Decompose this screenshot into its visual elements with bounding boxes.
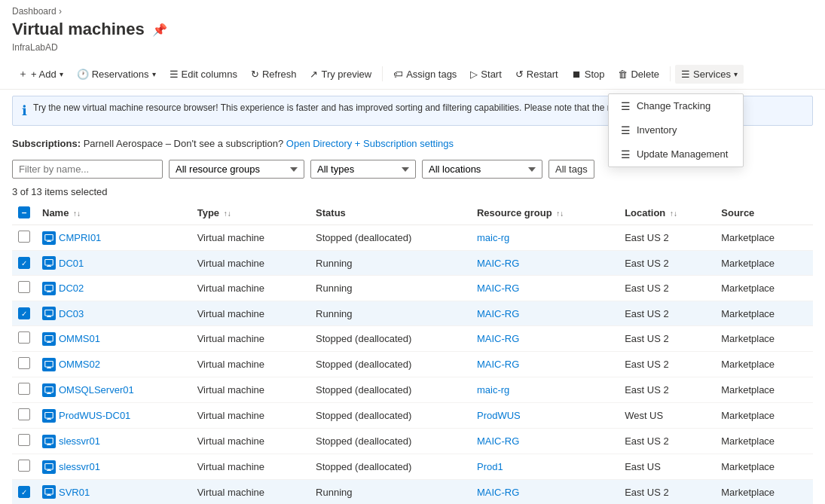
breadcrumb[interactable]: Dashboard › xyxy=(0,0,825,17)
tags-filter[interactable]: All tags xyxy=(548,160,594,179)
table-row: OMSQLServer01Virtual machineStopped (dea… xyxy=(12,377,813,403)
vm-name-link[interactable]: DC01 xyxy=(59,258,84,269)
type-sort-icon[interactable]: ↑↓ xyxy=(224,209,231,218)
row-checkbox[interactable]: ✓ xyxy=(18,257,30,269)
vm-name-link[interactable]: slessvr01 xyxy=(59,461,100,472)
stop-button[interactable]: ⏹ Stop xyxy=(566,65,611,84)
resource-group-link[interactable]: MAIC-RG xyxy=(477,487,519,498)
row-checkbox[interactable] xyxy=(18,408,30,420)
services-button[interactable]: ☰ Services ▾ xyxy=(675,65,744,84)
table-row: slessvr01Virtual machineStopped (dealloc… xyxy=(12,429,813,454)
vm-name-link[interactable]: CMPRI01 xyxy=(59,232,101,243)
rg-sort-icon[interactable]: ↑↓ xyxy=(556,209,564,218)
vm-location: East US 2 xyxy=(619,326,715,352)
vm-location: East US 2 xyxy=(619,276,715,301)
page-subtitle: InfraLabAD xyxy=(0,42,825,59)
vm-source: Marketplace xyxy=(715,403,813,429)
vm-name-link[interactable]: DC02 xyxy=(59,283,84,294)
refresh-icon: ↻ xyxy=(251,69,259,80)
vm-location: East US 2 xyxy=(619,251,715,276)
name-sort-icon[interactable]: ↑↓ xyxy=(73,209,81,218)
add-chevron-icon: ▾ xyxy=(60,70,63,78)
banner-icon: ℹ xyxy=(22,102,27,119)
vm-source: Marketplace xyxy=(715,251,813,276)
vm-location: West US xyxy=(619,403,715,429)
type-filter[interactable]: All types xyxy=(310,160,416,179)
svg-rect-15 xyxy=(45,361,53,367)
delete-button[interactable]: 🗑 Delete xyxy=(612,65,665,84)
table-row: DC02Virtual machineRunningMAIC-RGEast US… xyxy=(12,276,813,301)
row-checkbox[interactable] xyxy=(18,231,30,243)
loc-sort-icon[interactable]: ↑↓ xyxy=(670,209,677,218)
preview-icon: ↗ xyxy=(310,69,318,80)
vm-name-link[interactable]: DC03 xyxy=(59,308,84,319)
row-checkbox[interactable] xyxy=(18,383,30,395)
breadcrumb-link[interactable]: Dashboard xyxy=(12,6,57,17)
breadcrumb-separator: › xyxy=(59,6,62,17)
vm-name-link[interactable]: slessvr01 xyxy=(59,435,100,447)
resource-group-link[interactable]: MAIC-RG xyxy=(477,359,519,370)
vm-source: Marketplace xyxy=(715,301,813,326)
vm-type-icon xyxy=(42,358,56,371)
resource-group-link[interactable]: maic-rg xyxy=(477,232,509,243)
name-filter-input[interactable] xyxy=(12,160,163,179)
location-filter[interactable]: All locations xyxy=(422,160,542,179)
resource-group-link[interactable]: maic-rg xyxy=(477,384,509,396)
table-row: OMMS01Virtual machineStopped (deallocate… xyxy=(12,326,813,352)
svg-rect-26 xyxy=(48,444,50,444)
svg-rect-9 xyxy=(45,310,53,316)
add-button[interactable]: ＋ + Add ▾ xyxy=(12,63,69,84)
vm-location: East US 2 xyxy=(619,352,715,377)
vm-type-icon xyxy=(42,332,56,346)
row-checkbox[interactable] xyxy=(18,460,30,472)
refresh-button[interactable]: ↻ Refresh xyxy=(245,65,303,84)
vm-name-link[interactable]: SVR01 xyxy=(59,487,90,498)
svg-rect-11 xyxy=(48,316,50,316)
services-inventory[interactable]: ☰ Inventory xyxy=(609,118,743,142)
resource-group-link[interactable]: Prod1 xyxy=(477,461,503,472)
table-row: OMMS02Virtual machineStopped (deallocate… xyxy=(12,352,813,377)
vm-source: Marketplace xyxy=(715,352,813,377)
row-checkbox[interactable]: ✓ xyxy=(18,486,30,498)
count-label: 3 of 13 items selected xyxy=(0,183,825,200)
vm-name-link[interactable]: OMSQLServer01 xyxy=(59,384,134,396)
toolbar-separator-1 xyxy=(382,66,383,81)
resource-group-link[interactable]: MAIC-RG xyxy=(477,258,519,269)
services-change-tracking[interactable]: ☰ Change Tracking xyxy=(609,94,743,118)
row-checkbox[interactable] xyxy=(18,281,30,293)
select-all-checkbox[interactable]: – xyxy=(18,206,30,218)
vm-name-link[interactable]: OMMS02 xyxy=(59,359,100,370)
edit-columns-button[interactable]: ☰ Edit columns xyxy=(163,65,243,84)
row-checkbox[interactable]: ✓ xyxy=(18,307,30,319)
resource-group-link[interactable]: MAIC-RG xyxy=(477,435,519,447)
vm-table-wrap: – Name ↑↓ Type ↑↓ Status Resource group … xyxy=(0,200,825,504)
svg-rect-5 xyxy=(48,265,50,266)
resource-group-link[interactable]: MAIC-RG xyxy=(477,308,519,319)
vm-type: Virtual machine xyxy=(191,454,310,480)
start-button[interactable]: ▷ Start xyxy=(464,65,507,84)
services-update-management[interactable]: ☰ Update Management xyxy=(609,142,743,166)
col-resource-group: Resource group ↑↓ xyxy=(471,200,619,225)
open-directory-link[interactable]: Open Directory + Subscription settings xyxy=(286,138,454,149)
vm-location: East US 2 xyxy=(619,225,715,251)
vm-name-link[interactable]: OMMS01 xyxy=(59,333,100,344)
vm-name-link[interactable]: ProdWUS-DC01 xyxy=(59,410,130,421)
restart-button[interactable]: ↺ Restart xyxy=(509,65,564,84)
resource-group-filter[interactable]: All resource groups xyxy=(169,160,304,179)
svg-rect-12 xyxy=(45,335,53,341)
reservations-button[interactable]: 🕐 Reservations ▾ xyxy=(71,65,162,84)
resource-group-link[interactable]: MAIC-RG xyxy=(477,333,519,344)
vm-table: – Name ↑↓ Type ↑↓ Status Resource group … xyxy=(12,200,813,504)
vm-status: Stopped (deallocated) xyxy=(310,352,471,377)
vm-source: Marketplace xyxy=(715,480,813,505)
pin-icon[interactable]: 📌 xyxy=(152,23,167,37)
resource-group-link[interactable]: MAIC-RG xyxy=(477,283,519,294)
try-preview-button[interactable]: ↗ Try preview xyxy=(304,65,377,84)
row-checkbox[interactable] xyxy=(18,434,30,446)
row-checkbox[interactable] xyxy=(18,357,30,369)
col-location: Location ↑↓ xyxy=(619,200,715,225)
row-checkbox[interactable] xyxy=(18,331,30,344)
resource-group-link[interactable]: ProdWUS xyxy=(477,410,521,421)
vm-type-icon xyxy=(42,435,56,448)
assign-tags-button[interactable]: 🏷 Assign tags xyxy=(387,65,463,84)
